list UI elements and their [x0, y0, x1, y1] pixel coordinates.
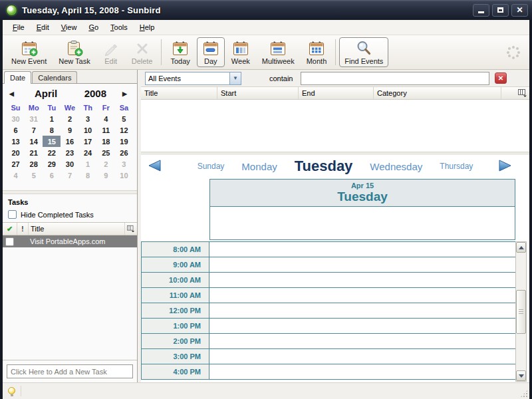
scroll-down-button[interactable]	[516, 370, 526, 381]
mini-day[interactable]: 4	[97, 113, 115, 124]
mini-day[interactable]: 27	[7, 158, 25, 170]
task-column-picker[interactable]	[125, 223, 137, 235]
nav-day-wednesday[interactable]: Wednesday	[370, 161, 422, 172]
mini-day[interactable]: 5	[25, 170, 43, 181]
mini-day[interactable]: 31	[25, 113, 43, 124]
mini-day[interactable]: 16	[61, 136, 78, 147]
clear-search-button[interactable]: ✕	[495, 72, 507, 84]
nav-day-tuesday[interactable]: Tuesday	[295, 158, 353, 175]
menu-tools[interactable]: Tools	[104, 21, 134, 33]
event-column-category[interactable]: Category	[374, 87, 501, 99]
time-slot-cell[interactable]	[209, 334, 515, 348]
event-filter-dropdown[interactable]: All Events ▼	[145, 72, 241, 85]
task-priority-column[interactable]: !	[17, 223, 29, 235]
mini-day[interactable]: 1	[43, 113, 61, 124]
mini-day[interactable]: 3	[79, 113, 97, 124]
mini-day[interactable]: 6	[43, 170, 61, 181]
nav-day-thursday[interactable]: Thursday	[440, 162, 473, 171]
tab-date[interactable]: Date	[4, 71, 31, 84]
mini-day[interactable]: 4	[7, 170, 25, 181]
menu-help[interactable]: Help	[134, 21, 161, 33]
mini-day[interactable]: 30	[7, 113, 25, 124]
menu-go[interactable]: Go	[82, 21, 104, 33]
time-slot-cell[interactable]	[209, 303, 515, 318]
nav-day-monday[interactable]: Monday	[241, 161, 277, 172]
mini-day[interactable]: 17	[79, 136, 97, 147]
mini-day[interactable]: 25	[97, 147, 115, 158]
mini-day[interactable]: 8	[43, 124, 61, 136]
minimize-button[interactable]	[473, 4, 489, 17]
all-day-events-area[interactable]	[209, 207, 515, 240]
mini-day[interactable]: 13	[7, 136, 25, 147]
mini-day[interactable]: 7	[61, 170, 78, 181]
time-slot-cell[interactable]	[209, 257, 515, 272]
resize-grip[interactable]	[520, 390, 528, 398]
mini-day-selected[interactable]: 15	[43, 136, 61, 147]
mini-day[interactable]: 24	[79, 147, 97, 158]
scroll-up-button[interactable]	[516, 242, 526, 253]
prev-month-icon[interactable]: ◀	[9, 90, 17, 97]
hide-completed-checkbox[interactable]	[8, 210, 17, 219]
mini-day[interactable]: 2	[61, 113, 78, 124]
week-button[interactable]: Week	[226, 37, 255, 67]
month-button[interactable]: Month	[301, 37, 332, 67]
mini-day[interactable]: 5	[115, 113, 133, 124]
scrollbar-thumb[interactable]	[516, 290, 526, 334]
add-task-input[interactable]	[7, 364, 133, 378]
close-button[interactable]: ✕	[511, 4, 528, 17]
mini-day[interactable]: 30	[61, 158, 78, 170]
day-button[interactable]: Day	[197, 37, 225, 67]
mini-day[interactable]: 23	[61, 147, 78, 158]
menu-edit[interactable]: Edit	[31, 21, 55, 33]
task-title-column[interactable]: Title	[29, 223, 125, 235]
day-view-scrollbar[interactable]	[515, 241, 527, 382]
mini-day[interactable]: 12	[115, 124, 133, 136]
event-list-body[interactable]	[141, 100, 529, 152]
event-column-title[interactable]: Title	[141, 87, 217, 99]
mini-day[interactable]: 7	[25, 124, 43, 136]
task-completed-column[interactable]: ✔	[3, 223, 17, 235]
multiweek-button[interactable]: Multiweek	[257, 37, 300, 67]
time-slot-cell[interactable]	[209, 288, 515, 303]
mini-day[interactable]: 28	[25, 158, 43, 170]
menu-view[interactable]: View	[55, 21, 83, 33]
new-event-button[interactable]: New Event	[6, 37, 52, 67]
task-row[interactable]: Visit PortableApps.com	[3, 235, 137, 247]
time-slot-cell[interactable]	[209, 319, 515, 333]
mini-day[interactable]: 18	[97, 136, 115, 147]
time-slot-cell[interactable]	[209, 349, 515, 364]
event-column-start[interactable]: Start	[217, 87, 299, 99]
mini-day[interactable]: 2	[97, 158, 115, 170]
mini-day[interactable]: 9	[61, 124, 78, 136]
today-button[interactable]: Today	[165, 37, 195, 67]
search-input[interactable]	[301, 72, 489, 85]
time-slot-cell[interactable]	[209, 273, 515, 287]
maximize-button[interactable]	[492, 4, 509, 17]
menu-file[interactable]: File	[7, 21, 31, 33]
new-task-button[interactable]: New Task	[53, 37, 95, 67]
mini-day[interactable]: 11	[97, 124, 115, 136]
mini-day[interactable]: 6	[7, 124, 25, 136]
time-slot-cell[interactable]	[209, 242, 515, 257]
day-column-header[interactable]: Apr 15 Tuesday	[209, 179, 515, 207]
time-slot-cell[interactable]	[209, 364, 515, 379]
mini-day[interactable]: 10	[115, 170, 133, 181]
next-month-icon[interactable]: ▶	[122, 90, 130, 97]
mini-day[interactable]: 19	[115, 136, 133, 147]
nav-day-sunday[interactable]: Sunday	[198, 162, 225, 171]
mini-day[interactable]: 21	[25, 147, 43, 158]
task-checkbox[interactable]	[5, 237, 14, 246]
mini-day[interactable]: 20	[7, 147, 25, 158]
mini-day[interactable]: 1	[79, 158, 97, 170]
find-events-button[interactable]: Find Events	[339, 37, 388, 67]
mini-day[interactable]: 29	[43, 158, 61, 170]
event-column-picker[interactable]	[515, 87, 529, 99]
mini-day[interactable]: 26	[115, 147, 133, 158]
tab-calendars[interactable]: Calendars	[32, 71, 77, 83]
mini-day[interactable]: 14	[25, 136, 43, 147]
mini-day[interactable]: 9	[97, 170, 115, 181]
previous-day-arrow-icon[interactable]	[146, 159, 162, 172]
mini-day[interactable]: 22	[43, 147, 61, 158]
mini-day[interactable]: 3	[115, 158, 133, 170]
event-column-end[interactable]: End	[299, 87, 374, 99]
